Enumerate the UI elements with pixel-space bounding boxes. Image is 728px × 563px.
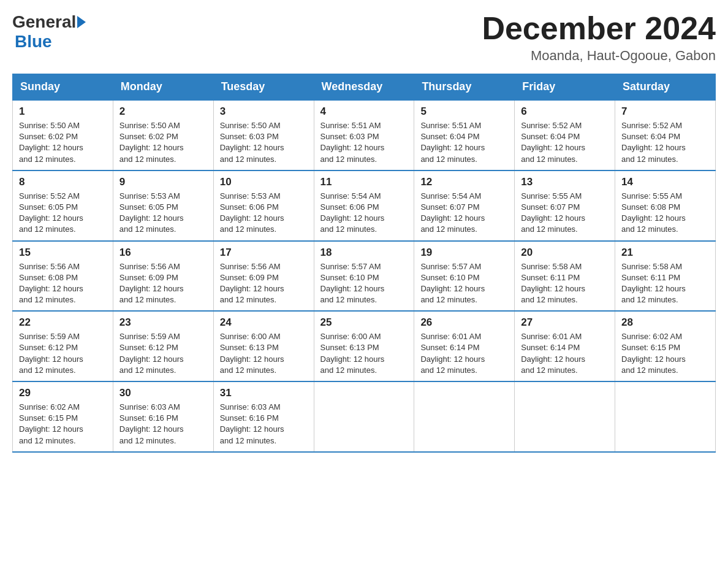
calendar-cell: 10Sunrise: 5:53 AMSunset: 6:06 PMDayligh… — [213, 170, 314, 241]
day-header-saturday: Saturday — [615, 74, 716, 101]
calendar-cell: 6Sunrise: 5:52 AMSunset: 6:04 PMDaylight… — [515, 100, 615, 170]
day-number: 5 — [420, 105, 508, 118]
day-number: 11 — [320, 176, 408, 188]
day-info: Sunrise: 6:00 AMSunset: 6:13 PMDaylight:… — [320, 331, 408, 376]
day-number: 6 — [521, 105, 609, 118]
day-info: Sunrise: 6:03 AMSunset: 6:16 PMDaylight:… — [220, 402, 308, 446]
calendar-cell: 25Sunrise: 6:00 AMSunset: 6:13 PMDayligh… — [314, 311, 414, 381]
calendar-cell: 16Sunrise: 5:56 AMSunset: 6:09 PMDayligh… — [113, 241, 213, 312]
day-number: 1 — [19, 105, 107, 118]
day-number: 18 — [320, 247, 408, 259]
day-info: Sunrise: 5:54 AMSunset: 6:06 PMDaylight:… — [320, 191, 408, 236]
day-info: Sunrise: 6:01 AMSunset: 6:14 PMDaylight:… — [521, 331, 609, 376]
calendar-cell: 24Sunrise: 6:00 AMSunset: 6:13 PMDayligh… — [213, 311, 314, 381]
calendar-cell: 5Sunrise: 5:51 AMSunset: 6:04 PMDaylight… — [414, 100, 515, 170]
day-info: Sunrise: 5:52 AMSunset: 6:04 PMDaylight:… — [621, 120, 709, 165]
day-number: 29 — [19, 387, 107, 399]
calendar-cell: 28Sunrise: 6:02 AMSunset: 6:15 PMDayligh… — [615, 311, 716, 381]
day-info: Sunrise: 5:50 AMSunset: 6:02 PMDaylight:… — [119, 120, 207, 165]
day-number: 15 — [19, 247, 107, 259]
day-info: Sunrise: 5:55 AMSunset: 6:08 PMDaylight:… — [621, 191, 709, 236]
day-info: Sunrise: 5:56 AMSunset: 6:09 PMDaylight:… — [119, 261, 207, 306]
day-info: Sunrise: 6:01 AMSunset: 6:14 PMDaylight:… — [420, 331, 508, 376]
day-number: 19 — [420, 247, 508, 259]
day-info: Sunrise: 5:51 AMSunset: 6:04 PMDaylight:… — [420, 120, 508, 165]
day-info: Sunrise: 5:53 AMSunset: 6:05 PMDaylight:… — [119, 191, 207, 236]
logo-blue: Blue — [15, 32, 52, 51]
day-number: 13 — [521, 176, 609, 188]
day-info: Sunrise: 5:59 AMSunset: 6:12 PMDaylight:… — [19, 331, 107, 376]
calendar-cell: 3Sunrise: 5:50 AMSunset: 6:03 PMDaylight… — [213, 100, 314, 170]
calendar-cell: 26Sunrise: 6:01 AMSunset: 6:14 PMDayligh… — [414, 311, 515, 381]
day-number: 26 — [420, 316, 508, 329]
calendar-cell: 2Sunrise: 5:50 AMSunset: 6:02 PMDaylight… — [113, 100, 213, 170]
day-number: 16 — [119, 247, 207, 259]
day-info: Sunrise: 5:55 AMSunset: 6:07 PMDaylight:… — [521, 191, 609, 236]
day-number: 27 — [521, 316, 609, 329]
calendar-cell: 30Sunrise: 6:03 AMSunset: 6:16 PMDayligh… — [113, 381, 213, 452]
day-header-monday: Monday — [113, 74, 213, 101]
day-number: 20 — [521, 247, 609, 259]
day-number: 7 — [621, 105, 709, 118]
month-title: December 2024 — [482, 12, 716, 44]
day-header-tuesday: Tuesday — [213, 74, 314, 101]
calendar-cell — [615, 381, 716, 452]
day-header-friday: Friday — [515, 74, 615, 101]
day-number: 12 — [420, 176, 508, 188]
day-number: 2 — [119, 105, 207, 118]
calendar-cell: 19Sunrise: 5:57 AMSunset: 6:10 PMDayligh… — [414, 241, 515, 312]
day-info: Sunrise: 6:00 AMSunset: 6:13 PMDaylight:… — [220, 331, 308, 376]
day-header-wednesday: Wednesday — [314, 74, 414, 101]
calendar-cell: 17Sunrise: 5:56 AMSunset: 6:09 PMDayligh… — [213, 241, 314, 312]
day-number: 9 — [119, 176, 207, 188]
calendar-cell: 23Sunrise: 5:59 AMSunset: 6:12 PMDayligh… — [113, 311, 213, 381]
calendar-cell: 20Sunrise: 5:58 AMSunset: 6:11 PMDayligh… — [515, 241, 615, 312]
calendar-cell: 4Sunrise: 5:51 AMSunset: 6:03 PMDaylight… — [314, 100, 414, 170]
day-header-sunday: Sunday — [13, 74, 113, 101]
calendar-cell: 7Sunrise: 5:52 AMSunset: 6:04 PMDaylight… — [615, 100, 716, 170]
logo-arrow-icon — [77, 16, 86, 28]
logo: General Blue — [12, 12, 87, 52]
day-number: 31 — [220, 387, 308, 399]
day-info: Sunrise: 5:58 AMSunset: 6:11 PMDaylight:… — [521, 261, 609, 306]
day-number: 3 — [220, 105, 308, 118]
day-number: 23 — [119, 316, 207, 329]
calendar-cell: 31Sunrise: 6:03 AMSunset: 6:16 PMDayligh… — [213, 381, 314, 452]
day-number: 24 — [220, 316, 308, 329]
day-info: Sunrise: 5:50 AMSunset: 6:02 PMDaylight:… — [19, 120, 107, 165]
day-info: Sunrise: 5:59 AMSunset: 6:12 PMDaylight:… — [119, 331, 207, 376]
calendar-cell: 15Sunrise: 5:56 AMSunset: 6:08 PMDayligh… — [13, 241, 113, 312]
day-info: Sunrise: 6:02 AMSunset: 6:15 PMDaylight:… — [621, 331, 709, 376]
page-header: General Blue December 2024 Moanda, Haut-… — [12, 12, 716, 64]
calendar-cell: 27Sunrise: 6:01 AMSunset: 6:14 PMDayligh… — [515, 311, 615, 381]
day-info: Sunrise: 5:51 AMSunset: 6:03 PMDaylight:… — [320, 120, 408, 165]
calendar-table: SundayMondayTuesdayWednesdayThursdayFrid… — [12, 74, 716, 453]
week-row-3: 15Sunrise: 5:56 AMSunset: 6:08 PMDayligh… — [13, 241, 716, 312]
calendar-cell: 11Sunrise: 5:54 AMSunset: 6:06 PMDayligh… — [314, 170, 414, 241]
location: Moanda, Haut-Ogooue, Gabon — [482, 48, 716, 64]
logo-general: General — [12, 12, 76, 32]
day-number: 14 — [621, 176, 709, 188]
day-number: 10 — [220, 176, 308, 188]
day-number: 17 — [220, 247, 308, 259]
day-info: Sunrise: 5:56 AMSunset: 6:08 PMDaylight:… — [19, 261, 107, 306]
calendar-cell: 14Sunrise: 5:55 AMSunset: 6:08 PMDayligh… — [615, 170, 716, 241]
day-header-thursday: Thursday — [414, 74, 515, 101]
calendar-cell: 9Sunrise: 5:53 AMSunset: 6:05 PMDaylight… — [113, 170, 213, 241]
calendar-cell: 8Sunrise: 5:52 AMSunset: 6:05 PMDaylight… — [13, 170, 113, 241]
day-info: Sunrise: 5:54 AMSunset: 6:07 PMDaylight:… — [420, 191, 508, 236]
calendar-cell: 21Sunrise: 5:58 AMSunset: 6:11 PMDayligh… — [615, 241, 716, 312]
calendar-cell — [414, 381, 515, 452]
title-section: December 2024 Moanda, Haut-Ogooue, Gabon — [482, 12, 716, 64]
day-info: Sunrise: 5:52 AMSunset: 6:05 PMDaylight:… — [19, 191, 107, 236]
day-info: Sunrise: 5:57 AMSunset: 6:10 PMDaylight:… — [420, 261, 508, 306]
day-info: Sunrise: 5:57 AMSunset: 6:10 PMDaylight:… — [320, 261, 408, 306]
day-info: Sunrise: 5:52 AMSunset: 6:04 PMDaylight:… — [521, 120, 609, 165]
week-row-2: 8Sunrise: 5:52 AMSunset: 6:05 PMDaylight… — [13, 170, 716, 241]
calendar-header-row: SundayMondayTuesdayWednesdayThursdayFrid… — [13, 74, 716, 101]
day-number: 4 — [320, 105, 408, 118]
day-info: Sunrise: 5:53 AMSunset: 6:06 PMDaylight:… — [220, 191, 308, 236]
calendar-cell — [314, 381, 414, 452]
day-info: Sunrise: 5:58 AMSunset: 6:11 PMDaylight:… — [621, 261, 709, 306]
calendar-cell: 13Sunrise: 5:55 AMSunset: 6:07 PMDayligh… — [515, 170, 615, 241]
